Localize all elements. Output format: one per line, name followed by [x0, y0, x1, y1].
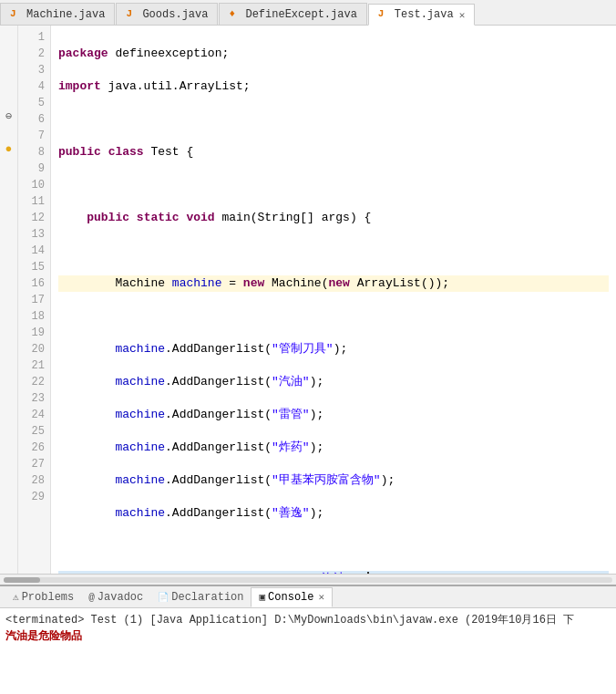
code-line-1: package defineexception;	[58, 46, 609, 62]
warning-indicator: ●	[5, 142, 13, 156]
gutter-29	[0, 485, 17, 502]
scrollbar-thumb[interactable]	[4, 577, 40, 583]
ln-10: 10	[18, 177, 50, 193]
gutter-24	[0, 403, 17, 420]
left-gutter: ⊖ ●	[0, 26, 18, 574]
tab-declaration[interactable]: 📄 Declaration	[150, 587, 251, 607]
code-text[interactable]: package defineexception; import java.uti…	[51, 26, 616, 574]
ln-29: 29	[18, 489, 50, 505]
ln-25: 25	[18, 423, 50, 440]
gutter-14	[0, 239, 17, 255]
code-line-5	[58, 177, 609, 193]
code-line-8: Machine machine = new Machine(new ArrayL…	[58, 275, 609, 292]
ln-4: 4	[18, 78, 50, 95]
gutter-27	[0, 452, 17, 469]
tab-machine-label: Machine.java	[26, 8, 105, 21]
tab-javadoc-label: Javadoc	[98, 591, 143, 604]
ln-23: 23	[18, 390, 50, 407]
tab-goods-label: Goods.java	[142, 8, 208, 21]
code-line-12: machine.AddDangerlist("雷管");	[58, 407, 609, 423]
ln-19: 19	[18, 325, 50, 341]
tab-console-label: Console	[268, 591, 313, 604]
ln-27: 27	[18, 456, 50, 472]
ln-3: 3	[18, 62, 50, 78]
ln-20: 20	[18, 341, 50, 357]
gutter-3	[0, 58, 17, 75]
ln-17: 17	[18, 292, 50, 308]
tab-machine[interactable]: J Machine.java	[0, 3, 115, 25]
console-output-area: <terminated> Test (1) [Java Application]…	[0, 608, 616, 694]
collapse-arrow[interactable]: ⊖	[5, 109, 12, 123]
tab-problems-label: Problems	[22, 591, 75, 604]
gutter-1	[0, 26, 17, 42]
ln-6: 6	[18, 111, 50, 128]
bottom-tab-bar: ⚠ Problems @ Javadoc 📄 Declaration ▣ Con…	[0, 586, 616, 608]
ln-15: 15	[18, 259, 50, 275]
tab-declaration-label: Declaration	[171, 591, 243, 604]
line-numbers: 1 2 3 4 5 6 7 8 9 10 11 12 13 14 15 16 1…	[18, 26, 51, 574]
gutter-8: ●	[0, 140, 17, 157]
gutter-23	[0, 387, 17, 403]
gutter-11	[0, 190, 17, 206]
tab-defineexcept[interactable]: ♦ DefineExcept.java	[219, 3, 366, 25]
java-file-icon-4: J	[378, 8, 391, 21]
tab-console[interactable]: ▣ Console ✕	[251, 587, 333, 607]
tab-close-icon[interactable]: ✕	[459, 9, 466, 21]
code-line-16	[58, 538, 609, 554]
console-icon: ▣	[259, 591, 265, 603]
ln-11: 11	[18, 193, 50, 210]
gutter-15	[0, 255, 17, 272]
console-close-icon[interactable]: ✕	[319, 591, 325, 603]
javadoc-icon: @	[88, 592, 95, 603]
tab-test[interactable]: J Test.java ✕	[368, 4, 475, 26]
scrollbar-track	[4, 577, 612, 583]
gutter-2	[0, 42, 17, 58]
gutter-7	[0, 124, 17, 140]
gutter-13	[0, 223, 17, 239]
gutter-19	[0, 321, 17, 337]
gutter-5	[0, 91, 17, 108]
ln-1: 1	[18, 29, 50, 46]
console-terminated-line: <terminated> Test (1) [Java Application]…	[5, 612, 611, 628]
gutter-26	[0, 436, 17, 452]
gutter-9	[0, 157, 17, 173]
horizontal-scrollbar[interactable]	[0, 574, 616, 585]
tab-defineexcept-label: DefineExcept.java	[245, 8, 356, 21]
ln-7: 7	[18, 128, 50, 144]
ln-22: 22	[18, 374, 50, 390]
code-line-3	[58, 111, 609, 128]
ln-14: 14	[18, 243, 50, 259]
tab-javadoc[interactable]: @ Javadoc	[81, 587, 150, 607]
code-line-6: public static void main(String[] args) {	[58, 210, 609, 226]
ln-9: 9	[18, 161, 50, 177]
gutter-25	[0, 420, 17, 436]
tab-test-label: Test.java	[395, 8, 454, 21]
ln-28: 28	[18, 472, 50, 489]
code-line-10: machine.AddDangerlist("管制刀具");	[58, 341, 609, 357]
ln-16: 16	[18, 275, 50, 292]
ln-21: 21	[18, 357, 50, 374]
ln-2: 2	[18, 46, 50, 62]
ln-8: 8	[18, 144, 50, 161]
code-line-11: machine.AddDangerlist("汽油");	[58, 374, 609, 390]
gutter-16	[0, 272, 17, 288]
code-line-15: machine.AddDangerlist("善逸");	[58, 505, 609, 522]
bottom-panel: ⚠ Problems @ Javadoc 📄 Declaration ▣ Con…	[0, 585, 616, 694]
console-output-line: 汽油是危险物品	[5, 628, 611, 645]
ln-26: 26	[18, 440, 50, 456]
ln-24: 24	[18, 407, 50, 423]
java-file-icon: J	[10, 8, 23, 21]
gutter-17	[0, 288, 17, 305]
ln-12: 12	[18, 210, 50, 226]
code-line-13: machine.AddDangerlist("炸药");	[58, 440, 609, 456]
gutter-12	[0, 206, 17, 223]
ln-18: 18	[18, 308, 50, 325]
declaration-icon: 📄	[158, 592, 169, 603]
code-line-4: public class Test {	[58, 144, 609, 161]
ln-5: 5	[18, 95, 50, 111]
tab-bar: J Machine.java J Goods.java ♦ DefineExce…	[0, 0, 616, 26]
gutter-22	[0, 370, 17, 387]
tab-problems[interactable]: ⚠ Problems	[5, 587, 81, 607]
gutter-4	[0, 75, 17, 91]
tab-goods[interactable]: J Goods.java	[116, 3, 218, 25]
